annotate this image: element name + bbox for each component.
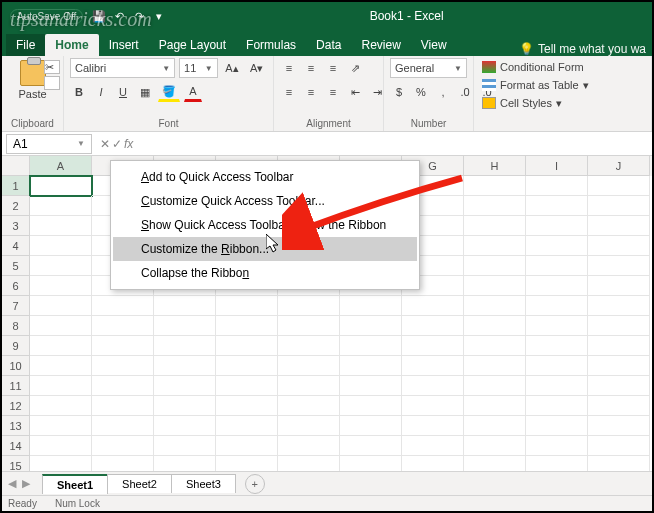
cell[interactable] xyxy=(154,296,216,316)
cell[interactable] xyxy=(464,356,526,376)
cell[interactable] xyxy=(402,316,464,336)
cell[interactable] xyxy=(154,416,216,436)
cancel-icon[interactable]: ✕ xyxy=(100,137,110,151)
cell[interactable] xyxy=(92,336,154,356)
align-left-icon[interactable]: ≡ xyxy=(280,82,298,102)
percent-icon[interactable]: % xyxy=(412,82,430,102)
tab-review[interactable]: Review xyxy=(351,34,410,56)
cell[interactable] xyxy=(30,396,92,416)
cell[interactable] xyxy=(92,416,154,436)
tab-insert[interactable]: Insert xyxy=(99,34,149,56)
select-all-corner[interactable] xyxy=(2,156,30,176)
col-header-I[interactable]: I xyxy=(526,156,588,176)
comma-icon[interactable]: , xyxy=(434,82,452,102)
align-middle-icon[interactable]: ≡ xyxy=(302,58,320,78)
tab-file[interactable]: File xyxy=(6,34,45,56)
menu-add-to-qat[interactable]: Add to Quick Access Toolbar xyxy=(113,165,417,189)
cell[interactable] xyxy=(464,196,526,216)
cell[interactable] xyxy=(278,416,340,436)
cell[interactable] xyxy=(526,396,588,416)
cell[interactable] xyxy=(402,336,464,356)
cut-icon[interactable]: ✂ xyxy=(44,60,60,74)
cell[interactable] xyxy=(526,356,588,376)
cell[interactable] xyxy=(588,216,650,236)
cell[interactable] xyxy=(278,436,340,456)
cell[interactable] xyxy=(464,256,526,276)
cell[interactable] xyxy=(402,416,464,436)
cell[interactable] xyxy=(278,376,340,396)
new-sheet-button[interactable]: + xyxy=(245,474,265,494)
decrease-font-icon[interactable]: A▾ xyxy=(246,58,267,78)
cell[interactable] xyxy=(588,336,650,356)
cell-styles-button[interactable]: Cell Styles ▾ xyxy=(482,94,645,112)
cell[interactable] xyxy=(402,396,464,416)
cell[interactable] xyxy=(278,356,340,376)
cell[interactable] xyxy=(30,276,92,296)
cell[interactable] xyxy=(340,396,402,416)
align-bottom-icon[interactable]: ≡ xyxy=(324,58,342,78)
cell[interactable] xyxy=(30,316,92,336)
cell[interactable] xyxy=(216,436,278,456)
row-header-7[interactable]: 7 xyxy=(2,296,30,316)
cell[interactable] xyxy=(154,436,216,456)
row-header-14[interactable]: 14 xyxy=(2,436,30,456)
tell-me-search[interactable]: 💡 Tell me what you wa xyxy=(519,42,652,56)
sheet-tab-2[interactable]: Sheet2 xyxy=(107,474,172,493)
cell[interactable] xyxy=(92,356,154,376)
cell[interactable] xyxy=(526,216,588,236)
cell[interactable] xyxy=(464,176,526,196)
cell[interactable] xyxy=(30,236,92,256)
cell[interactable] xyxy=(340,436,402,456)
cell[interactable] xyxy=(588,396,650,416)
sheet-tab-1[interactable]: Sheet1 xyxy=(42,474,108,494)
sheet-nav-next-icon[interactable]: ▶ xyxy=(22,477,30,490)
cell[interactable] xyxy=(588,196,650,216)
cell[interactable] xyxy=(526,296,588,316)
cell[interactable] xyxy=(464,416,526,436)
cell[interactable] xyxy=(526,436,588,456)
cell[interactable] xyxy=(92,396,154,416)
cell[interactable] xyxy=(154,396,216,416)
increase-font-icon[interactable]: A▴ xyxy=(222,58,243,78)
cell[interactable] xyxy=(402,356,464,376)
cell[interactable] xyxy=(588,176,650,196)
cell[interactable] xyxy=(464,276,526,296)
row-header-5[interactable]: 5 xyxy=(2,256,30,276)
cell[interactable] xyxy=(216,396,278,416)
italic-button[interactable]: I xyxy=(92,82,110,102)
cell[interactable] xyxy=(340,316,402,336)
cell[interactable] xyxy=(216,416,278,436)
tab-data[interactable]: Data xyxy=(306,34,351,56)
row-header-6[interactable]: 6 xyxy=(2,276,30,296)
cell[interactable] xyxy=(30,436,92,456)
conditional-formatting-button[interactable]: Conditional Form xyxy=(482,58,645,76)
cell[interactable] xyxy=(30,416,92,436)
cell[interactable] xyxy=(526,376,588,396)
underline-button[interactable]: U xyxy=(114,82,132,102)
copy-icon[interactable] xyxy=(44,76,60,90)
cell[interactable] xyxy=(278,316,340,336)
cell[interactable] xyxy=(154,336,216,356)
cell[interactable] xyxy=(92,316,154,336)
cell[interactable] xyxy=(340,336,402,356)
sheet-nav-prev-icon[interactable]: ◀ xyxy=(8,477,16,490)
cell[interactable] xyxy=(340,376,402,396)
col-header-J[interactable]: J xyxy=(588,156,650,176)
tab-home[interactable]: Home xyxy=(45,34,98,56)
cell[interactable] xyxy=(588,376,650,396)
cell[interactable] xyxy=(464,216,526,236)
cell[interactable] xyxy=(92,376,154,396)
row-header-10[interactable]: 10 xyxy=(2,356,30,376)
name-box[interactable]: A1 ▼ xyxy=(6,134,92,154)
col-header-A[interactable]: A xyxy=(30,156,92,176)
cell[interactable] xyxy=(588,356,650,376)
cell[interactable] xyxy=(30,296,92,316)
fx-icon[interactable]: fx xyxy=(124,137,133,151)
cell[interactable] xyxy=(464,376,526,396)
cell[interactable] xyxy=(340,356,402,376)
cell[interactable] xyxy=(92,296,154,316)
cell[interactable] xyxy=(526,256,588,276)
cell[interactable] xyxy=(588,256,650,276)
cell[interactable] xyxy=(588,416,650,436)
row-header-1[interactable]: 1 xyxy=(2,176,30,196)
